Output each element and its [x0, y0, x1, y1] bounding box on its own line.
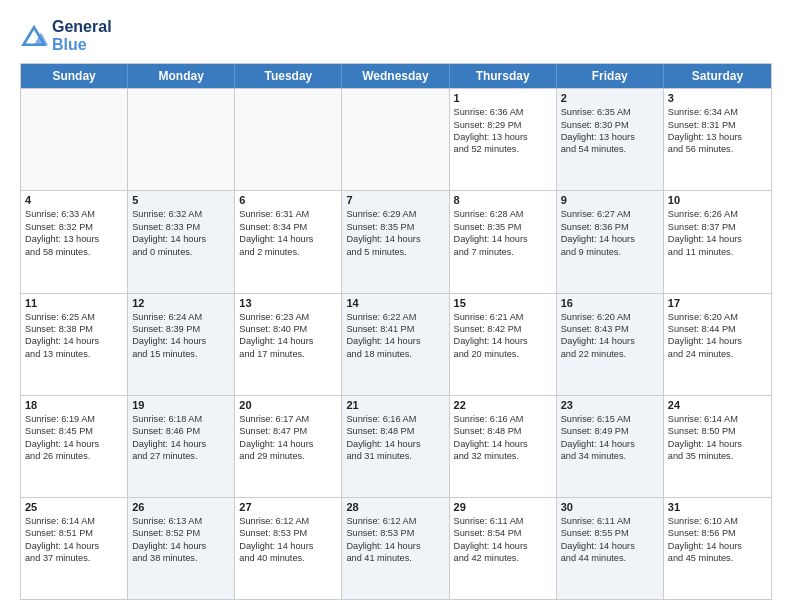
daylight-text-1: Daylight: 14 hours: [668, 233, 767, 245]
sunset-text: Sunset: 8:38 PM: [25, 323, 123, 335]
daylight-text-1: Daylight: 14 hours: [132, 438, 230, 450]
daylight-text-1: Daylight: 14 hours: [668, 540, 767, 552]
sunrise-text: Sunrise: 6:34 AM: [668, 106, 767, 118]
daylight-text-1: Daylight: 14 hours: [561, 438, 659, 450]
calendar-cell: [235, 89, 342, 190]
calendar-cell: 4Sunrise: 6:33 AMSunset: 8:32 PMDaylight…: [21, 191, 128, 292]
daylight-text-1: Daylight: 14 hours: [25, 438, 123, 450]
daylight-text-2: and 26 minutes.: [25, 450, 123, 462]
day-number: 15: [454, 297, 552, 309]
calendar-cell: 30Sunrise: 6:11 AMSunset: 8:55 PMDayligh…: [557, 498, 664, 599]
sunset-text: Sunset: 8:30 PM: [561, 119, 659, 131]
calendar-cell: 2Sunrise: 6:35 AMSunset: 8:30 PMDaylight…: [557, 89, 664, 190]
daylight-text-1: Daylight: 14 hours: [454, 335, 552, 347]
day-number: 20: [239, 399, 337, 411]
sunset-text: Sunset: 8:46 PM: [132, 425, 230, 437]
calendar-cell: 24Sunrise: 6:14 AMSunset: 8:50 PMDayligh…: [664, 396, 771, 497]
sunset-text: Sunset: 8:55 PM: [561, 527, 659, 539]
sunset-text: Sunset: 8:48 PM: [454, 425, 552, 437]
page: General Blue SundayMondayTuesdayWednesda…: [0, 0, 792, 612]
calendar-cell: 6Sunrise: 6:31 AMSunset: 8:34 PMDaylight…: [235, 191, 342, 292]
daylight-text-2: and 37 minutes.: [25, 552, 123, 564]
sunset-text: Sunset: 8:44 PM: [668, 323, 767, 335]
daylight-text-1: Daylight: 14 hours: [239, 540, 337, 552]
sunrise-text: Sunrise: 6:20 AM: [561, 311, 659, 323]
sunrise-text: Sunrise: 6:13 AM: [132, 515, 230, 527]
daylight-text-1: Daylight: 14 hours: [346, 335, 444, 347]
day-number: 19: [132, 399, 230, 411]
daylight-text-2: and 22 minutes.: [561, 348, 659, 360]
daylight-text-1: Daylight: 14 hours: [668, 438, 767, 450]
logo-icon: [20, 22, 48, 50]
daylight-text-1: Daylight: 14 hours: [346, 233, 444, 245]
calendar-cell: 13Sunrise: 6:23 AMSunset: 8:40 PMDayligh…: [235, 294, 342, 395]
day-number: 25: [25, 501, 123, 513]
calendar-cell: 15Sunrise: 6:21 AMSunset: 8:42 PMDayligh…: [450, 294, 557, 395]
day-number: 1: [454, 92, 552, 104]
sunrise-text: Sunrise: 6:11 AM: [454, 515, 552, 527]
calendar-cell: 26Sunrise: 6:13 AMSunset: 8:52 PMDayligh…: [128, 498, 235, 599]
logo-text: General Blue: [52, 18, 112, 53]
sunrise-text: Sunrise: 6:15 AM: [561, 413, 659, 425]
calendar-row-4: 18Sunrise: 6:19 AMSunset: 8:45 PMDayligh…: [21, 395, 771, 497]
day-number: 29: [454, 501, 552, 513]
sunset-text: Sunset: 8:47 PM: [239, 425, 337, 437]
sunset-text: Sunset: 8:50 PM: [668, 425, 767, 437]
calendar-cell: 31Sunrise: 6:10 AMSunset: 8:56 PMDayligh…: [664, 498, 771, 599]
calendar-cell: 22Sunrise: 6:16 AMSunset: 8:48 PMDayligh…: [450, 396, 557, 497]
sunrise-text: Sunrise: 6:23 AM: [239, 311, 337, 323]
calendar-cell: 18Sunrise: 6:19 AMSunset: 8:45 PMDayligh…: [21, 396, 128, 497]
sunrise-text: Sunrise: 6:21 AM: [454, 311, 552, 323]
sunrise-text: Sunrise: 6:18 AM: [132, 413, 230, 425]
calendar-cell: 9Sunrise: 6:27 AMSunset: 8:36 PMDaylight…: [557, 191, 664, 292]
daylight-text-2: and 40 minutes.: [239, 552, 337, 564]
daylight-text-2: and 44 minutes.: [561, 552, 659, 564]
sunrise-text: Sunrise: 6:31 AM: [239, 208, 337, 220]
sunset-text: Sunset: 8:51 PM: [25, 527, 123, 539]
daylight-text-1: Daylight: 14 hours: [668, 335, 767, 347]
daylight-text-1: Daylight: 14 hours: [561, 335, 659, 347]
calendar-row-5: 25Sunrise: 6:14 AMSunset: 8:51 PMDayligh…: [21, 497, 771, 599]
day-number: 12: [132, 297, 230, 309]
day-number: 16: [561, 297, 659, 309]
daylight-text-2: and 41 minutes.: [346, 552, 444, 564]
daylight-text-1: Daylight: 13 hours: [561, 131, 659, 143]
sunrise-text: Sunrise: 6:32 AM: [132, 208, 230, 220]
sunset-text: Sunset: 8:41 PM: [346, 323, 444, 335]
daylight-text-1: Daylight: 13 hours: [454, 131, 552, 143]
sunset-text: Sunset: 8:56 PM: [668, 527, 767, 539]
daylight-text-2: and 38 minutes.: [132, 552, 230, 564]
calendar-cell: 27Sunrise: 6:12 AMSunset: 8:53 PMDayligh…: [235, 498, 342, 599]
daylight-text-1: Daylight: 13 hours: [25, 233, 123, 245]
sunset-text: Sunset: 8:49 PM: [561, 425, 659, 437]
calendar-row-3: 11Sunrise: 6:25 AMSunset: 8:38 PMDayligh…: [21, 293, 771, 395]
sunset-text: Sunset: 8:37 PM: [668, 221, 767, 233]
calendar-cell: 29Sunrise: 6:11 AMSunset: 8:54 PMDayligh…: [450, 498, 557, 599]
day-number: 26: [132, 501, 230, 513]
day-number: 18: [25, 399, 123, 411]
header: General Blue: [20, 18, 772, 53]
daylight-text-2: and 11 minutes.: [668, 246, 767, 258]
calendar-row-2: 4Sunrise: 6:33 AMSunset: 8:32 PMDaylight…: [21, 190, 771, 292]
header-day-wednesday: Wednesday: [342, 64, 449, 88]
header-day-saturday: Saturday: [664, 64, 771, 88]
daylight-text-1: Daylight: 14 hours: [239, 335, 337, 347]
daylight-text-1: Daylight: 14 hours: [454, 438, 552, 450]
daylight-text-2: and 45 minutes.: [668, 552, 767, 564]
daylight-text-2: and 34 minutes.: [561, 450, 659, 462]
calendar-cell: 20Sunrise: 6:17 AMSunset: 8:47 PMDayligh…: [235, 396, 342, 497]
day-number: 30: [561, 501, 659, 513]
calendar-body: 1Sunrise: 6:36 AMSunset: 8:29 PMDaylight…: [21, 88, 771, 599]
day-number: 6: [239, 194, 337, 206]
day-number: 2: [561, 92, 659, 104]
sunset-text: Sunset: 8:33 PM: [132, 221, 230, 233]
daylight-text-1: Daylight: 14 hours: [25, 335, 123, 347]
daylight-text-2: and 58 minutes.: [25, 246, 123, 258]
header-day-thursday: Thursday: [450, 64, 557, 88]
calendar-cell: 23Sunrise: 6:15 AMSunset: 8:49 PMDayligh…: [557, 396, 664, 497]
sunrise-text: Sunrise: 6:12 AM: [346, 515, 444, 527]
sunset-text: Sunset: 8:35 PM: [346, 221, 444, 233]
calendar-row-1: 1Sunrise: 6:36 AMSunset: 8:29 PMDaylight…: [21, 88, 771, 190]
day-number: 31: [668, 501, 767, 513]
calendar-cell: [342, 89, 449, 190]
